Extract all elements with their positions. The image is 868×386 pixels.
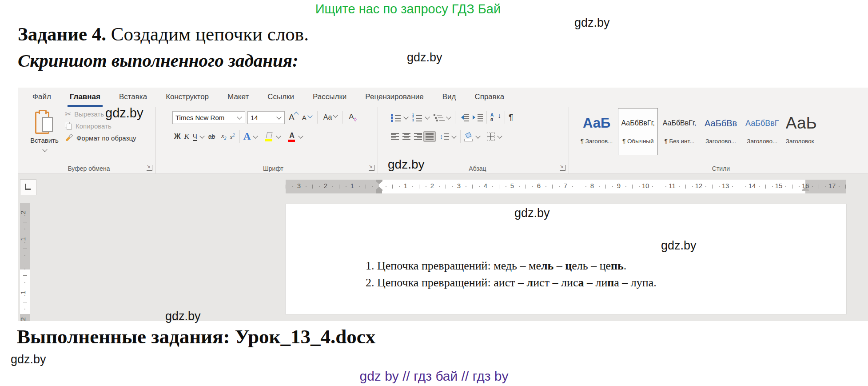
sort-button[interactable]: Ая↓: [489, 112, 503, 123]
change-case-button[interactable]: Aa: [323, 113, 338, 121]
format-painter-button[interactable]: Формат по образцу: [65, 134, 154, 142]
tab-review[interactable]: Рецензирование: [356, 88, 433, 107]
paragraph-dialog-launcher[interactable]: ↘: [560, 165, 565, 171]
justify-icon: [426, 133, 434, 140]
bullets-button[interactable]: [389, 112, 410, 123]
show-marks-button[interactable]: ¶: [507, 112, 515, 123]
task-number: Задание 4.: [18, 24, 106, 44]
chevron-down-icon: [276, 114, 281, 119]
style-preview: АаБбВвГг,: [660, 109, 699, 138]
shrink-font-button[interactable]: A: [302, 114, 313, 121]
increase-indent-button[interactable]: [471, 112, 485, 123]
format-painter-label: Формат по образцу: [76, 134, 136, 142]
copy-label: Копировать: [76, 122, 111, 130]
h-ruler-bar[interactable]: 3211234567891011121314151617: [286, 180, 846, 193]
styles-group: АаБ ¶ Заголов... АаБбВвГг, ¶ Обычный АаБ…: [574, 107, 868, 173]
line-spacing-button[interactable]: ↕: [438, 132, 458, 141]
tab-layout[interactable]: Макет: [218, 88, 258, 107]
clipboard-icon: [35, 110, 54, 135]
tab-references[interactable]: Ссылки: [258, 88, 303, 107]
font-group: Times New Rom 14 A A Aa: [169, 107, 378, 173]
document-page[interactable]: 1. Цепочка превращений: медь – мель – це…: [286, 204, 846, 314]
shading-bucket-icon: [464, 132, 473, 141]
tab-selector[interactable]: [20, 179, 36, 195]
style-card[interactable]: АаБ ¶ Заголов...: [577, 108, 617, 155]
align-center-button[interactable]: [401, 132, 412, 141]
chevron-down-icon: [333, 113, 338, 117]
doc-lines: 1. Цепочка превращений: медь – мель – це…: [366, 258, 657, 292]
style-card[interactable]: АаБбВвГ Заголово...: [742, 108, 782, 155]
grow-font-button[interactable]: A: [289, 113, 298, 122]
tab-mailings[interactable]: Рассылки: [303, 88, 356, 107]
footer-keywords: gdz by // гдз бай // гдз by: [359, 369, 508, 384]
style-card[interactable]: АаЬ Заголовок: [784, 108, 868, 155]
tab-help[interactable]: Справка: [465, 88, 514, 107]
justify-button[interactable]: [424, 132, 435, 141]
text-effects-icon: A: [243, 131, 251, 142]
borders-button[interactable]: [485, 131, 504, 142]
style-card[interactable]: АаБбВвГг, ¶ Без инт...: [659, 108, 699, 155]
style-label: Заголовок: [786, 138, 868, 145]
decrease-indent-icon: [459, 113, 469, 121]
document-area: 3211234567891011121314151617 2112 1. Цеп…: [18, 174, 868, 321]
sort-icon: Ая↓: [490, 113, 501, 122]
italic-button[interactable]: К: [182, 131, 191, 142]
style-label: ¶ Обычный: [618, 138, 657, 145]
clear-formatting-button[interactable]: A ◊: [349, 113, 356, 123]
line-spacing-icon: ↕: [440, 133, 449, 140]
clipboard-dialog-launcher[interactable]: ↘: [147, 165, 152, 171]
paste-button[interactable]: Вставить: [27, 109, 62, 161]
chevron-down-icon: [475, 133, 480, 138]
chevron-down-icon: [451, 133, 456, 138]
subscript-button[interactable]: x2: [219, 131, 228, 142]
align-left-button[interactable]: [389, 132, 401, 141]
tab-home[interactable]: Главная: [60, 88, 110, 107]
styles-group-label: Стили: [574, 165, 868, 172]
v-ruler-bar[interactable]: 2112: [20, 203, 30, 321]
clipboard-group-label: Буфер обмена: [22, 165, 155, 172]
tab-design[interactable]: Конструктор: [156, 88, 218, 107]
style-label: ¶ Без инт...: [660, 138, 699, 145]
highlight-button[interactable]: [263, 130, 283, 143]
promo-banner-text: Ищите нас по запросу ГДЗ Бай: [315, 2, 501, 16]
cut-label: Вырезать: [74, 110, 104, 118]
font-name-value: Times New Rom: [175, 114, 224, 121]
font-color-button[interactable]: А: [286, 130, 305, 143]
chevron-down-icon: [446, 114, 451, 119]
style-card[interactable]: АаБбВв Заголово...: [701, 108, 741, 155]
scissors-icon: ✂: [65, 110, 71, 118]
left-indent-marker[interactable]: [376, 191, 382, 193]
shading-button[interactable]: [462, 131, 482, 143]
style-preview: АаЬ: [786, 109, 868, 138]
bold-button[interactable]: Ж: [172, 131, 182, 142]
doc-text-line: 1. Цепочка превращений: медь – мель – це…: [366, 258, 657, 273]
font-size-value: 14: [251, 114, 258, 121]
text-effects-button[interactable]: A: [242, 130, 260, 143]
multilevel-list-button[interactable]: [432, 112, 453, 123]
decrease-indent-button[interactable]: [457, 112, 471, 123]
font-dialog-launcher[interactable]: ↘: [369, 165, 374, 171]
strikethrough-button[interactable]: ab: [207, 132, 217, 141]
font-size-combobox[interactable]: 14: [247, 111, 285, 124]
multilevel-list-icon: [434, 113, 444, 121]
doc-text-line: 2. Цепочка превращений: аист – лист – ли…: [366, 275, 657, 290]
underline-button[interactable]: Ч: [191, 131, 207, 142]
italic-icon: К: [184, 132, 189, 141]
numbering-button[interactable]: [410, 112, 432, 123]
style-card-selected[interactable]: АаБбВвГг, ¶ Обычный: [618, 108, 658, 155]
chevron-down-icon: [497, 133, 502, 138]
font-name-combobox[interactable]: Times New Rom: [172, 111, 245, 124]
style-label: ¶ Заголов...: [577, 138, 616, 145]
tab-insert[interactable]: Вставка: [110, 88, 156, 107]
superscript-button[interactable]: x2: [228, 131, 237, 142]
style-preview: АаБбВв: [701, 109, 741, 138]
tab-file[interactable]: Файл: [23, 88, 60, 107]
watermark: gdz.by: [407, 51, 442, 64]
pilcrow-icon: ¶: [509, 113, 513, 122]
strikethrough-icon: ab: [208, 133, 215, 140]
tab-view[interactable]: Вид: [433, 88, 466, 107]
chevron-down-icon: [425, 114, 430, 119]
copy-button[interactable]: Копировать: [65, 122, 154, 130]
align-right-button[interactable]: [412, 132, 424, 141]
change-case-icon: Aa: [323, 113, 332, 121]
